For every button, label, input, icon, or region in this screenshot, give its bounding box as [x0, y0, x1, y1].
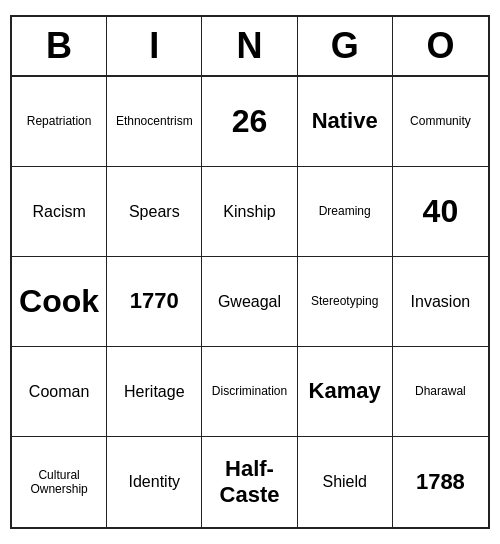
bingo-cell-14: Invasion: [393, 257, 488, 347]
bingo-cell-5: Racism: [12, 167, 107, 257]
bingo-cell-0: Repatriation: [12, 77, 107, 167]
bingo-cell-2: 26: [202, 77, 297, 167]
cell-text-14: Invasion: [411, 292, 471, 311]
cell-text-16: Heritage: [124, 382, 184, 401]
bingo-cell-21: Identity: [107, 437, 202, 527]
header-letter-n: N: [202, 17, 297, 75]
bingo-cell-8: Dreaming: [298, 167, 393, 257]
header-letter-o: O: [393, 17, 488, 75]
header-letter-b: B: [12, 17, 107, 75]
cell-text-8: Dreaming: [319, 204, 371, 218]
bingo-cell-3: Native: [298, 77, 393, 167]
bingo-cell-20: Cultural Ownership: [12, 437, 107, 527]
cell-text-23: Shield: [322, 472, 366, 491]
cell-text-20: Cultural Ownership: [18, 468, 100, 497]
cell-text-19: Dharawal: [415, 384, 466, 398]
cell-text-18: Kamay: [309, 378, 381, 404]
bingo-cell-4: Community: [393, 77, 488, 167]
bingo-cell-19: Dharawal: [393, 347, 488, 437]
cell-text-15: Cooman: [29, 382, 89, 401]
bingo-cell-18: Kamay: [298, 347, 393, 437]
bingo-cell-17: Discrimination: [202, 347, 297, 437]
cell-text-17: Discrimination: [212, 384, 287, 398]
header-letter-g: G: [298, 17, 393, 75]
bingo-cell-13: Stereotyping: [298, 257, 393, 347]
cell-text-10: Cook: [19, 282, 99, 320]
cell-text-24: 1788: [416, 469, 465, 495]
bingo-cell-9: 40: [393, 167, 488, 257]
cell-text-22: Half-Caste: [208, 456, 290, 509]
bingo-cell-24: 1788: [393, 437, 488, 527]
header-letter-i: I: [107, 17, 202, 75]
cell-text-13: Stereotyping: [311, 294, 378, 308]
cell-text-4: Community: [410, 114, 471, 128]
bingo-card: BINGO RepatriationEthnocentrism26NativeC…: [10, 15, 490, 529]
cell-text-6: Spears: [129, 202, 180, 221]
bingo-cell-16: Heritage: [107, 347, 202, 437]
bingo-cell-7: Kinship: [202, 167, 297, 257]
bingo-header: BINGO: [12, 17, 488, 77]
cell-text-2: 26: [232, 102, 268, 140]
bingo-cell-12: Gweagal: [202, 257, 297, 347]
cell-text-3: Native: [312, 108, 378, 134]
bingo-cell-11: 1770: [107, 257, 202, 347]
cell-text-5: Racism: [32, 202, 85, 221]
bingo-cell-10: Cook: [12, 257, 107, 347]
bingo-cell-22: Half-Caste: [202, 437, 297, 527]
cell-text-21: Identity: [128, 472, 180, 491]
cell-text-0: Repatriation: [27, 114, 92, 128]
bingo-cell-1: Ethnocentrism: [107, 77, 202, 167]
bingo-cell-6: Spears: [107, 167, 202, 257]
bingo-cell-23: Shield: [298, 437, 393, 527]
bingo-cell-15: Cooman: [12, 347, 107, 437]
cell-text-7: Kinship: [223, 202, 275, 221]
cell-text-1: Ethnocentrism: [116, 114, 193, 128]
cell-text-12: Gweagal: [218, 292, 281, 311]
cell-text-11: 1770: [130, 288, 179, 314]
cell-text-9: 40: [423, 192, 459, 230]
bingo-grid: RepatriationEthnocentrism26NativeCommuni…: [12, 77, 488, 527]
